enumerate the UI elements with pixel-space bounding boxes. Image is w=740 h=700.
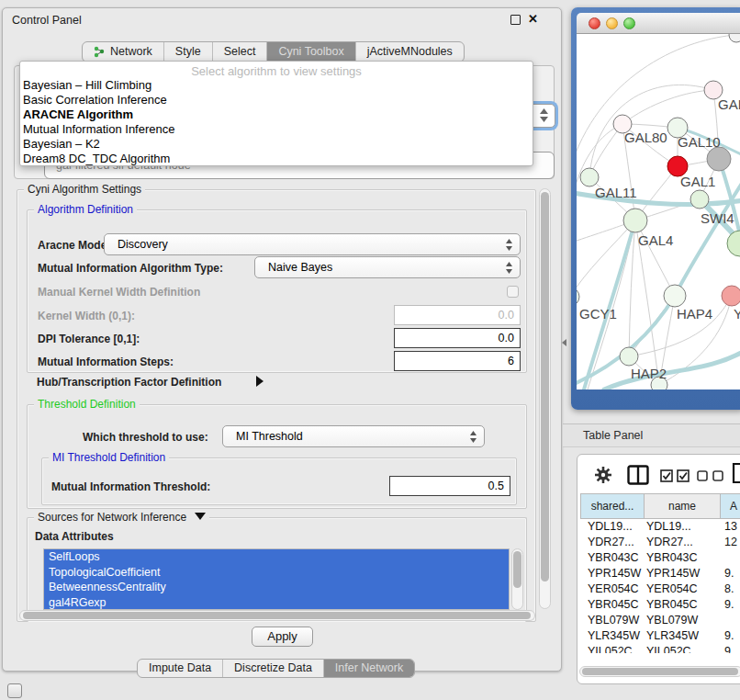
node-gcy1 (577, 288, 579, 306)
list-item[interactable]: TopologicalCoefficient (44, 565, 509, 581)
list-item[interactable]: gal4RGexp (44, 595, 509, 611)
dropdown-item[interactable]: Bayesian – Hill Climbing (20, 78, 533, 93)
mi-threshold-field[interactable]: 0.5 (389, 476, 510, 496)
select-all-checkboxes-icon[interactable] (660, 469, 690, 482)
threshold-definition-group: Threshold Definition Which threshold to … (27, 404, 527, 509)
node-label: GAL10 (678, 134, 721, 150)
settings-horizontal-scrollbar[interactable] (19, 610, 535, 621)
collapsed-panel-button[interactable] (7, 683, 22, 698)
tab-impute-data[interactable]: Impute Data (138, 660, 223, 677)
close-traffic-light-icon[interactable] (589, 17, 600, 29)
node-label: GAL11 (595, 185, 637, 200)
combo-arrows-icon (540, 108, 548, 130)
control-panel-window: Control Panel ✕ Network Style Select Cyn… (2, 7, 562, 672)
tab-discretize-data-label: Discretize Data (234, 661, 312, 674)
tab-jactivemnodules[interactable]: jActiveMNodules (356, 42, 464, 62)
apply-button[interactable]: Apply (252, 627, 313, 647)
dropdown-item[interactable]: Dream8 DC_TDC Algorithm (20, 152, 533, 166)
table-row[interactable]: YDR27...YDR27...12 (580, 535, 740, 550)
network-canvas[interactable]: GAL GAL80 GAL10 GAL1 GAL11 SWI4 GAL4 GCY… (577, 34, 740, 390)
control-panel-tabs: Network Style Select Cyni Toolbox jActiv… (82, 41, 465, 62)
cyni-algorithm-settings-group: Cyni Algorithm Settings Algorithm Defini… (17, 189, 536, 622)
column-header-clipped[interactable]: A (721, 493, 740, 519)
list-item[interactable]: BetweennessCentrality (44, 580, 509, 595)
dropdown-item[interactable]: Bayesian – K2 (20, 137, 533, 152)
cell: YBL079W (580, 613, 645, 628)
settings-vertical-scrollbar[interactable] (539, 188, 551, 609)
node-swi4 (690, 190, 709, 209)
dropdown-item-selected[interactable]: ARACNE Algorithm (20, 107, 533, 122)
minimize-traffic-light-icon[interactable] (606, 17, 618, 29)
collapse-arrow-icon[interactable] (195, 513, 206, 520)
mi-threshold-value: 0.5 (488, 480, 504, 492)
expand-arrow-icon[interactable] (256, 376, 263, 387)
node-label: HAP2 (631, 366, 667, 381)
gear-icon[interactable] (594, 466, 612, 484)
network-window-titlebar[interactable] (577, 13, 740, 34)
close-icon[interactable]: ✕ (528, 12, 538, 26)
aracne-mode-combo[interactable]: Discovery (104, 233, 521, 255)
tab-network-label: Network (110, 45, 152, 58)
tab-network[interactable]: Network (83, 42, 164, 62)
tab-infer-network[interactable]: Infer Network (324, 660, 414, 677)
zoom-traffic-light-icon[interactable] (623, 17, 635, 29)
sources-title-text: Sources for Network Inference (38, 511, 186, 524)
mi-type-label: Mutual Information Algorithm Type: (38, 262, 223, 275)
control-panel-titlebar[interactable]: Control Panel ✕ (3, 8, 561, 32)
tab-select-label: Select (224, 45, 256, 58)
deselect-all-checkboxes-icon[interactable] (697, 470, 724, 481)
aracne-mode-label: Aracne Mode: (38, 239, 110, 252)
node-salmon (722, 286, 740, 306)
table-row[interactable]: YBR045CYBR045C9. (580, 597, 740, 613)
dpi-tolerance-field[interactable]: 0.0 (394, 328, 521, 348)
list-scrollbar[interactable] (511, 548, 523, 610)
table-body[interactable]: YDL19...YDL19...13 YDR27...YDR27...12 YB… (580, 519, 740, 653)
which-threshold-combo[interactable]: MI Threshold (222, 425, 485, 447)
column-panes-icon[interactable] (627, 465, 649, 485)
table-header-row: shared... name A (580, 493, 740, 519)
tab-discretize-data[interactable]: Discretize Data (223, 660, 324, 677)
manual-kernel-checkbox[interactable] (507, 286, 519, 298)
list-item[interactable]: SelfLoops (44, 549, 509, 565)
float-window-icon[interactable] (510, 15, 521, 25)
dropdown-item[interactable]: Basic Correlation Inference (20, 93, 533, 107)
cell: 9. (721, 597, 740, 613)
algorithm-dropdown-popup: Select algorithm to view settings Bayesi… (19, 61, 533, 166)
cell: YDL19... (645, 519, 721, 535)
node-label: GAL80 (624, 130, 667, 145)
mi-steps-field[interactable]: 6 (394, 351, 521, 371)
table-row[interactable]: YBR043CYBR043C (580, 550, 740, 566)
dropdown-item[interactable]: Mutual Information Inference (20, 122, 533, 137)
cell (721, 613, 740, 628)
table-row[interactable]: YDL19...YDL19...13 (580, 519, 740, 535)
node-label: Y (734, 306, 740, 322)
mi-type-combo[interactable]: Naive Bayes (254, 256, 521, 278)
tab-cyni-toolbox[interactable]: Cyni Toolbox (267, 42, 355, 62)
table-row[interactable]: YPR145WYPR145W9. (580, 566, 740, 581)
panel-splitter-arrow-icon[interactable] (562, 339, 566, 346)
manual-kernel-label: Manual Kernel Width Definition (38, 286, 200, 299)
kernel-width-field[interactable]: 0.0 (394, 305, 521, 325)
tab-style[interactable]: Style (164, 42, 213, 62)
node-gray (707, 147, 731, 171)
document-icon[interactable] (732, 462, 740, 484)
column-header-shared[interactable]: shared... (580, 493, 645, 519)
network-view-window: GAL GAL80 GAL10 GAL1 GAL11 SWI4 GAL4 GCY… (571, 7, 740, 410)
mi-steps-label: Mutual Information Steps: (38, 356, 174, 368)
tab-select[interactable]: Select (213, 42, 268, 62)
dpi-tolerance-value: 0.0 (499, 332, 514, 344)
kernel-width-value: 0.0 (499, 309, 514, 322)
cell: YIL052C (645, 644, 721, 653)
node-label: GCY1 (579, 306, 617, 322)
table-row[interactable]: YBL079WYBL079W (580, 613, 740, 628)
column-header-name[interactable]: name (645, 493, 721, 519)
cell: YBR043C (580, 550, 645, 566)
data-attributes-list[interactable]: SelfLoops TopologicalCoefficient Between… (43, 548, 510, 610)
table-row[interactable]: YER054CYER054C8. (580, 581, 740, 597)
table-horizontal-scrollbar[interactable] (579, 666, 740, 677)
mi-threshold-group: MI Threshold Definition Mutual Informati… (41, 457, 517, 505)
cell: YPR145W (580, 566, 645, 581)
table-row[interactable]: YLR345WYLR345W9. (580, 628, 740, 644)
table-row[interactable]: YIL052CYIL052C9 (580, 644, 740, 653)
node-label: GAL (718, 96, 740, 112)
